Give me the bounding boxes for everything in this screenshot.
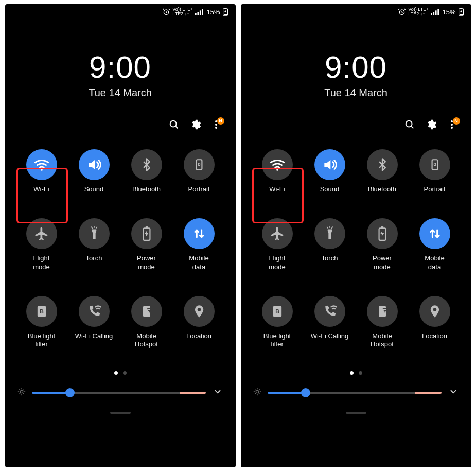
tile-mobiledata[interactable]: Mobiledata: [409, 218, 461, 271]
svg-rect-13: [92, 230, 96, 231]
power-icon: [131, 218, 162, 249]
svg-rect-40: [379, 306, 386, 317]
brightness-track[interactable]: [32, 392, 206, 394]
clock-time: 9:00: [5, 49, 236, 85]
settings-button[interactable]: [189, 118, 202, 131]
signal-icon: [431, 8, 439, 15]
search-button[interactable]: [403, 118, 416, 131]
tile-label: Sound: [320, 185, 340, 194]
tile-hotspot[interactable]: MobileHotspot: [120, 296, 173, 349]
wifi-icon: [262, 149, 293, 180]
wifi-icon: [26, 149, 57, 180]
tile-wifi[interactable]: Wi-Fi: [15, 149, 68, 194]
tile-wifi[interactable]: Wi-Fi: [251, 149, 304, 194]
clock-block: 9:00Tue 14 March: [5, 49, 236, 99]
tile-bluelight[interactable]: BBlue lightfilter: [251, 296, 304, 349]
phone-right: Vo)) LTE+LTE2 ↓↑15%9:00Tue 14 MarchNWi-F…: [241, 4, 471, 467]
tile-mobiledata[interactable]: Mobiledata: [173, 218, 225, 271]
tile-label: MobileHotspot: [371, 332, 394, 349]
svg-rect-2: [198, 12, 199, 15]
status-bar: Vo)) LTE+LTE2 ↓↑15%: [241, 4, 471, 19]
tile-portrait[interactable]: Portrait: [409, 149, 461, 194]
svg-rect-26: [438, 9, 439, 15]
brightness-icon: [253, 388, 261, 398]
svg-rect-25: [435, 10, 437, 15]
tile-label: Wi-Fi: [269, 185, 285, 194]
svg-rect-29: [459, 14, 462, 15]
quick-settings-grid: Wi-FiSoundBluetoothPortraitFlightmodeTor…: [5, 134, 236, 348]
tile-wificall[interactable]: Wi-Fi Calling: [304, 296, 356, 349]
tile-sound[interactable]: Sound: [68, 149, 120, 194]
tile-label: Portrait: [424, 185, 446, 194]
settings-button[interactable]: [425, 118, 437, 131]
menu-button[interactable]: N: [211, 119, 221, 130]
battery-icon: [222, 8, 228, 16]
tile-bluelight[interactable]: BBlue lightfilter: [15, 296, 68, 349]
tile-label: Powermode: [137, 254, 156, 271]
mobiledata-icon: [184, 218, 215, 249]
clock-time: 9:00: [241, 49, 471, 85]
torch-icon: [314, 218, 345, 249]
tile-label: MobileHotspot: [135, 332, 158, 349]
tile-torch[interactable]: Torch: [68, 218, 120, 271]
brightness-slider[interactable]: [241, 387, 471, 398]
torch-icon: [79, 218, 110, 249]
tile-label: Torch: [86, 254, 102, 262]
panel-actions: N: [241, 118, 471, 131]
tile-flight[interactable]: Flightmode: [15, 218, 68, 271]
tile-label: Portrait: [188, 185, 210, 194]
phone-left: Vo)) LTE+LTE2 ↓↑15%9:00Tue 14 MarchNWi-F…: [5, 4, 236, 467]
svg-point-12: [198, 164, 200, 165]
page-indicator: [5, 371, 236, 375]
brightness-track[interactable]: [268, 392, 442, 394]
tile-sound[interactable]: Sound: [304, 149, 356, 194]
hotspot-icon: [367, 296, 398, 327]
tile-label: Blue lightfilter: [28, 332, 55, 349]
tile-bluetooth[interactable]: Bluetooth: [356, 149, 409, 194]
bluetooth-icon: [131, 149, 162, 180]
svg-rect-4: [202, 9, 204, 15]
brightness-thumb[interactable]: [65, 388, 75, 397]
svg-text:B: B: [275, 308, 279, 314]
brightness-thumb[interactable]: [301, 388, 310, 397]
tile-wificall[interactable]: Wi-Fi Calling: [68, 296, 120, 349]
svg-rect-35: [327, 230, 332, 231]
svg-point-41: [384, 311, 385, 312]
signal-icon: [195, 8, 203, 15]
tile-label: Mobiledata: [189, 254, 208, 271]
battery-percent: 15%: [206, 8, 220, 16]
portrait-icon: [419, 149, 450, 180]
panel-actions: N: [5, 118, 236, 131]
tile-hotspot[interactable]: MobileHotspot: [356, 296, 409, 349]
drag-handle[interactable]: [110, 412, 131, 414]
chevron-down-icon[interactable]: [448, 387, 459, 398]
network-status: Vo)) LTE+LTE2 ↓↑: [172, 7, 193, 16]
menu-button[interactable]: N: [447, 119, 457, 130]
tile-bluetooth[interactable]: Bluetooth: [120, 149, 173, 194]
drag-handle[interactable]: [346, 412, 366, 414]
clock-date: Tue 14 March: [5, 87, 236, 99]
wificall-icon: [79, 296, 110, 327]
hotspot-icon: [131, 296, 162, 327]
search-button[interactable]: [168, 118, 180, 131]
tile-label: Powermode: [373, 254, 392, 271]
tile-power[interactable]: Powermode: [356, 218, 409, 271]
location-icon: [419, 296, 450, 327]
brightness-slider[interactable]: [5, 387, 236, 398]
tile-portrait[interactable]: Portrait: [173, 149, 225, 194]
tile-location[interactable]: Location: [173, 296, 225, 349]
alarm-icon: [398, 8, 406, 16]
tile-power[interactable]: Powermode: [120, 218, 173, 271]
svg-rect-24: [433, 12, 435, 15]
flight-icon: [262, 218, 293, 249]
bluelight-icon: B: [262, 296, 293, 327]
tile-label: Wi-Fi Calling: [75, 332, 113, 340]
chevron-down-icon[interactable]: [212, 387, 223, 398]
tile-location[interactable]: Location: [409, 296, 461, 349]
menu-badge: N: [217, 117, 224, 125]
tile-flight[interactable]: Flightmode: [251, 218, 304, 271]
quick-settings-grid: Wi-FiSoundBluetoothPortraitFlightmodeTor…: [241, 134, 471, 348]
svg-rect-1: [195, 13, 197, 15]
tile-torch[interactable]: Torch: [304, 218, 356, 271]
tile-label: Location: [186, 332, 211, 340]
